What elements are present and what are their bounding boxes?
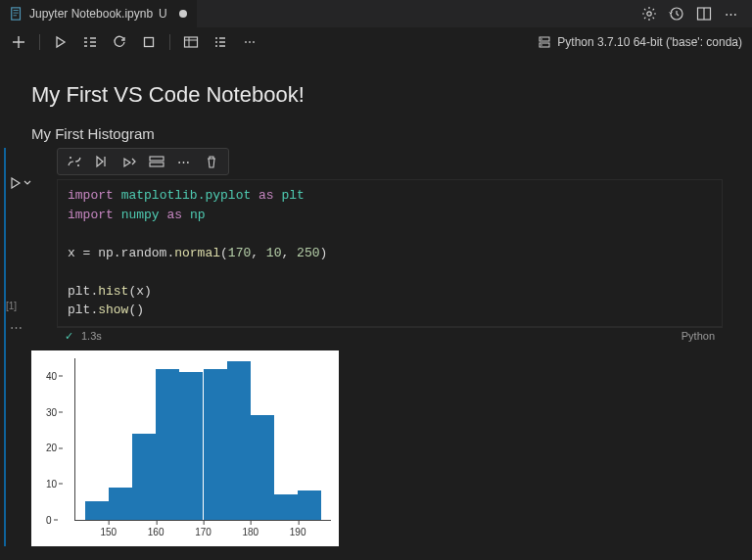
y-tick-label: 20 [46,443,57,453]
clear-outputs-button[interactable] [81,33,99,51]
server-icon [538,35,551,49]
chevron-down-icon[interactable] [24,179,31,187]
y-tick-label: 0 [46,514,52,525]
execute-above-button[interactable] [120,153,138,170]
add-cell-button[interactable] [10,33,27,51]
split-cell-button[interactable] [148,153,165,170]
histogram-chart: 010203040150160170180190 [74,358,331,521]
x-tick-label: 190 [290,527,306,537]
success-check-icon: ✓ [65,330,73,343]
vcs-status-badge: U [159,7,167,21]
svg-point-1 [647,12,651,16]
histogram-bar [204,369,227,520]
divider [39,34,40,50]
kernel-selector[interactable]: Python 3.7.10 64-bit ('base': conda) [538,35,742,49]
settings-gear-icon[interactable] [640,5,658,23]
x-tick-label: 160 [148,527,164,537]
svg-point-13 [70,157,71,159]
cell-status-bar: ✓ 1.3s Python [57,327,723,345]
interrupt-button[interactable] [140,33,158,51]
notebook-content: My First VS Code Notebook! My First Hist… [0,57,752,546]
histogram-bar [109,488,132,520]
svg-rect-16 [150,157,164,161]
cell-language-label[interactable]: Python [682,330,715,342]
histogram-bar [85,501,109,519]
svg-point-14 [77,164,79,166]
svg-rect-0 [12,8,21,20]
editor-layout-icon[interactable] [695,5,713,23]
variables-button[interactable] [182,33,200,51]
histogram-bar [179,372,203,519]
notebook-toolbar: ⋯ Python 3.7.10 64-bit ('base': conda) [0,27,752,57]
svg-rect-6 [185,37,198,47]
markdown-heading-1: My First VS Code Notebook! [31,82,723,108]
y-tick-label: 40 [46,370,57,381]
svg-rect-5 [145,38,154,47]
y-tick-label: 30 [46,406,57,417]
restart-button[interactable] [111,33,128,51]
histogram-bar [274,494,298,520]
histogram-bar [298,490,321,519]
run-cell-button[interactable] [10,177,31,189]
histogram-bar [156,369,179,520]
plot-output: 010203040150160170180190 [31,350,339,546]
output-more-icon[interactable]: ⋯ [10,320,23,335]
x-tick-label: 180 [242,527,258,537]
unsaved-indicator [179,10,187,18]
run-all-button[interactable] [52,33,70,51]
run-by-line-button[interactable] [93,153,111,170]
markdown-heading-2: My First Histogram [31,125,723,142]
jupyter-file-icon [10,7,24,21]
svg-point-11 [540,38,542,40]
more-icon[interactable]: ⋯ [723,5,740,23]
execution-count: [1] [6,301,17,311]
svg-rect-17 [150,163,164,166]
y-tick-label: 10 [46,478,57,489]
tab-actions: ⋯ [640,5,752,23]
x-tick-label: 150 [100,527,117,537]
cell-toolbar: ⋯ [57,148,229,175]
code-cell-container: ⋯ [1] ⋯ import matplotlib.pyplot as plt … [4,148,723,546]
toolbar-more-icon[interactable]: ⋯ [241,33,258,51]
python-icon[interactable] [66,153,83,170]
cell-more-icon[interactable]: ⋯ [175,153,193,170]
histogram-bar [227,361,251,519]
code-editor[interactable]: import matplotlib.pyplot as plt import n… [57,179,723,327]
kernel-label: Python 3.7.10 64-bit ('base': conda) [557,35,742,49]
editor-tab[interactable]: Jupyter Notebook.ipynb U [0,0,197,27]
execution-time: 1.3s [81,330,102,342]
histogram-bar [251,415,274,519]
tab-filename: Jupyter Notebook.ipynb [29,7,153,21]
delete-cell-button[interactable] [203,153,220,170]
histogram-bar [132,434,156,520]
tab-bar: Jupyter Notebook.ipynb U ⋯ [0,0,752,27]
history-icon[interactable] [668,5,685,23]
x-tick-label: 170 [195,527,212,537]
outline-button[interactable] [212,33,229,51]
divider [169,34,170,50]
svg-point-12 [540,44,542,46]
